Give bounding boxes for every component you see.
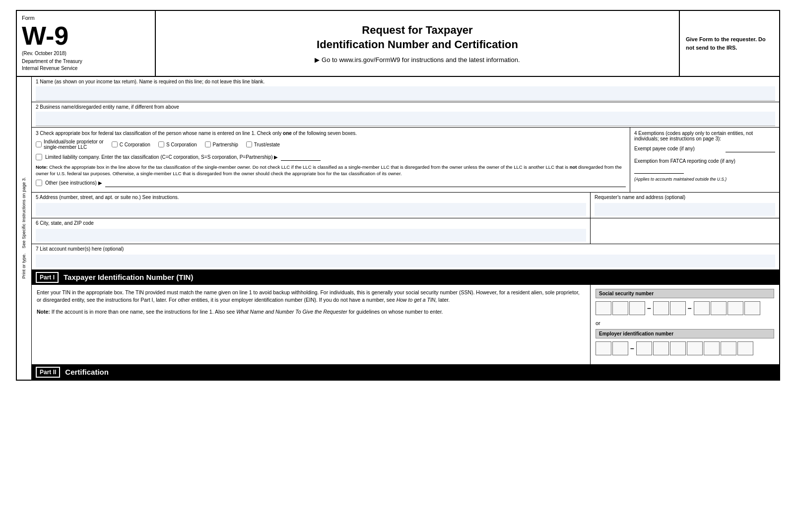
cb-trust: Trust/estate [246,141,280,147]
header-left: Form W-9 (Rev. October 2018) Department … [17,11,156,76]
cb-partnership: Partnership [205,141,238,147]
line2-input[interactable] [36,112,775,126]
ssn-boxes: – – [596,301,774,315]
fatca-section: Exemption from FATCA reporting code (if … [634,158,775,174]
field-line5: 5 Address (number, street, and apt. or s… [32,193,591,218]
ssn-box-5[interactable] [670,301,686,315]
ssn-box-6[interactable] [694,301,710,315]
ein-box-9[interactable] [737,341,753,355]
line3-text: 3 Check appropriate box for federal tax … [36,131,357,136]
form-main-title: Request for TaxpayerIdentification Numbe… [166,23,669,52]
ein-section: Employer identification number – [596,329,774,355]
note-text: Note: Check the appropriate box in the l… [36,164,626,177]
ssn-dash2: – [687,304,693,312]
line7-input[interactable] [36,255,775,267]
ein-box-6[interactable] [687,341,703,355]
ssn-label: Social security number [596,289,774,298]
fatca-input[interactable] [634,166,684,174]
fatca-note: (Applies to accounts maintained outside … [634,177,775,182]
ssn-group1 [596,301,645,315]
ssn-box-2[interactable] [612,301,628,315]
ein-box-2[interactable] [612,341,628,355]
ssn-box-8[interactable] [728,301,743,315]
row-line6: 6 City, state, and ZIP code [32,218,779,244]
form-header: Form W-9 (Rev. October 2018) Department … [17,11,779,77]
line1-label: 1 Name (as shown on your income tax retu… [36,79,775,84]
llc-label: Limited liability company. Enter the tax… [45,154,278,160]
ssn-section: Social security number – [596,289,774,315]
cb-partnership-input[interactable] [205,141,211,147]
w9-form: Form W-9 (Rev. October 2018) Department … [16,10,780,381]
part1-note: Note: If the account is in more than one… [37,308,585,316]
line2-label: 2 Business name/disregarded entity name,… [36,104,775,110]
ssn-box-4[interactable] [653,301,669,315]
dept-line2: Internal Revenue Service [22,66,77,71]
w9-title: W-9 [22,23,150,49]
ein-box-4[interactable] [653,341,669,355]
part1-tin-section: Social security number – [591,285,779,364]
row-line5: 5 Address (number, street, and apt. or s… [32,193,779,218]
side-label-text: Print or type. See Specific Instructions… [21,177,27,279]
ein-box-3[interactable] [636,341,652,355]
part1-description: Enter your TIN in the appropriate box. T… [32,285,591,364]
part1-header: Part I Taxpayer Identification Number (T… [32,270,779,285]
line6-label: 6 City, state, and ZIP code [36,220,586,226]
line6-input[interactable] [36,229,586,242]
line1-input[interactable] [36,86,775,101]
side-label-container: Print or type. See Specific Instructions… [17,77,32,380]
ssn-group3 [694,301,760,315]
requester-label: Requester's name and address (optional) [595,195,775,200]
ein-dash: – [629,344,635,352]
cb-individual-input[interactable] [36,141,42,147]
row3-left: 3 Check appropriate box for federal tax … [32,128,630,192]
ein-group1 [596,341,628,355]
ssn-box-3[interactable] [629,301,645,315]
ssn-box-1[interactable] [596,301,611,315]
cb-c-corp: C Corporation [112,141,150,147]
requester-input[interactable] [595,203,775,216]
dept-line1: Department of the Treasury [22,59,82,64]
header-center: Request for TaxpayerIdentification Numbe… [156,11,680,76]
exemptions-section: 4 Exemptions (codes apply only to certai… [630,128,779,192]
ein-label: Employer identification number [596,329,774,338]
cb-llc-input[interactable] [36,154,42,160]
field-line1: 1 Name (as shown on your income tax retu… [32,77,779,102]
cb-trust-input[interactable] [246,141,252,147]
part2-title: Certification [65,368,109,376]
ein-boxes: – [596,341,774,355]
cb-c-corp-label: C Corporation [120,142,150,147]
line7-label: 7 List account number(s) here (optional) [36,246,775,252]
ssn-dash1: – [646,304,652,312]
requester-field: Requester's name and address (optional) [591,193,779,218]
cb-c-corp-input[interactable] [112,141,118,147]
part1-desc-text: Enter your TIN in the appropriate box. T… [37,289,585,305]
ssn-box-7[interactable] [711,301,727,315]
ein-box-5[interactable] [670,341,686,355]
cb-individual: Individual/sole proprietor orsingle-memb… [36,139,104,150]
other-input[interactable] [105,179,626,187]
row-line7: 7 List account number(s) here (optional) [32,244,779,270]
cb-trust-label: Trust/estate [254,142,280,147]
line5-input[interactable] [36,203,586,216]
ein-box-8[interactable] [721,341,736,355]
form-label: Form [22,15,150,21]
exempt-payee-input[interactable] [726,144,775,152]
field-line6: 6 City, state, and ZIP code [32,218,591,244]
field-line2: 2 Business name/disregarded entity name,… [32,102,779,127]
cb-other-input[interactable] [36,180,42,186]
ein-box-7[interactable] [704,341,720,355]
cb-s-corp-input[interactable] [158,141,164,147]
or-text: or [596,320,774,326]
main-content: 1 Name (as shown on your income tax retu… [32,77,779,380]
part2-header: Part II Certification [32,365,779,380]
llc-classification-input[interactable] [281,153,321,161]
ein-box-1[interactable] [596,341,611,355]
form-body: Print or type. See Specific Instructions… [17,77,779,380]
part1-badge: Part I [36,272,59,283]
cb-s-corp: S Corporation [158,141,197,147]
exemptions-title: 4 Exemptions (codes apply only to certai… [634,131,775,141]
requester-address-cont [591,218,779,244]
part2-badge: Part II [36,367,60,378]
ssn-box-9[interactable] [744,301,760,315]
row3-container: 3 Check appropriate box for federal tax … [32,128,779,193]
